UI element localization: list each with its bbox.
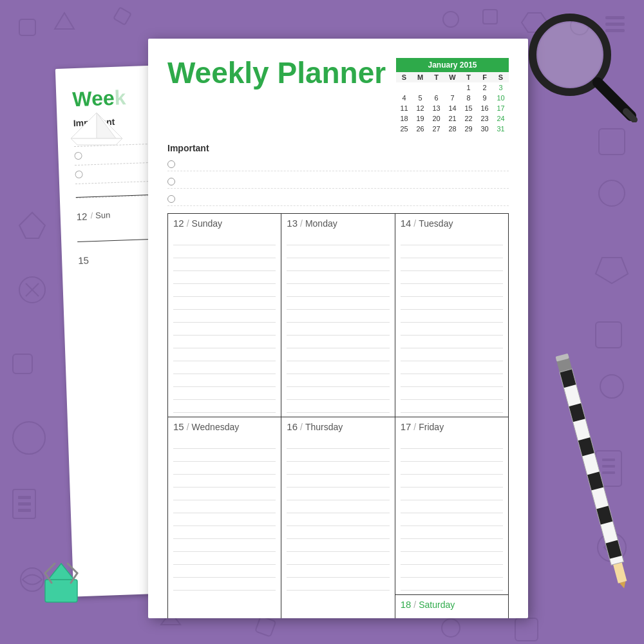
cal-day: 4 [396, 93, 412, 103]
day-header-saturday: 18 / Saturday [401, 599, 503, 610]
cal-day [396, 82, 412, 93]
svg-rect-46 [578, 437, 594, 456]
svg-rect-13 [13, 354, 32, 374]
day-number-14: 14 [401, 218, 412, 229]
day-header-sunday: 12 / Sunday [173, 218, 276, 229]
svg-rect-16 [18, 496, 31, 499]
svg-rect-15 [13, 489, 35, 518]
cal-day: 14 [444, 103, 460, 113]
day-header-monday: 13 / Monday [287, 218, 389, 229]
checkbox-2[interactable] [167, 178, 175, 185]
svg-marker-5 [522, 13, 547, 32]
svg-point-6 [571, 17, 589, 35]
cal-day: 8 [460, 93, 477, 103]
day-name-thursday: Thursday [305, 422, 343, 432]
cal-day: 21 [444, 113, 460, 124]
day-cell-saturday[interactable]: 18 / Saturday [395, 595, 508, 618]
day-cell-sunday[interactable]: 12 / Sunday [168, 214, 281, 417]
svg-rect-27 [602, 465, 615, 468]
day-name-saturday: Saturday [419, 600, 455, 610]
checkbox-1[interactable] [167, 160, 175, 168]
svg-rect-7 [605, 16, 625, 19]
day-cell-thursday[interactable]: 16 / Thursday [281, 417, 395, 618]
day-cell-friday[interactable]: 17 / Friday [395, 417, 508, 595]
svg-point-38 [538, 23, 602, 87]
cal-day: 12 [412, 103, 428, 113]
day-cell-tuesday[interactable]: 14 / Tuesday [395, 214, 509, 417]
planner-title: Weekly Planner [167, 58, 386, 88]
monday-lines [287, 232, 389, 413]
cal-day: 7 [444, 93, 460, 103]
cal-day: 9 [477, 93, 493, 103]
svg-marker-22 [596, 258, 628, 283]
svg-rect-23 [596, 322, 621, 348]
svg-rect-45 [569, 403, 585, 422]
svg-rect-42 [613, 562, 627, 583]
calendar-table: S M T W T F S [396, 72, 509, 134]
svg-line-55 [45, 564, 55, 573]
svg-rect-18 [18, 509, 31, 512]
cal-day: 11 [396, 103, 412, 113]
day-name-tuesday: Tuesday [419, 218, 453, 229]
svg-rect-53 [45, 580, 77, 602]
main-paper: Weekly Planner January 2015 S M T W T F … [148, 39, 528, 618]
cal-header-f: F [477, 72, 493, 82]
cal-day: 24 [493, 113, 509, 124]
svg-rect-48 [596, 506, 613, 524]
cal-day: 18 [396, 113, 412, 124]
pencil-decoration [549, 348, 637, 591]
cal-header-m: M [412, 72, 428, 82]
cal-day: 16 [477, 103, 493, 113]
svg-rect-50 [556, 357, 572, 372]
cal-header-t2: T [460, 72, 477, 82]
day-number-18: 18 [401, 599, 412, 610]
day-header-tuesday: 14 / Tuesday [401, 218, 503, 229]
cal-day: 1 [460, 82, 477, 93]
day-name-wednesday: Wednesday [192, 422, 240, 432]
svg-point-19 [21, 568, 44, 591]
back-checkbox-3 [75, 171, 82, 178]
checkbox-row-2 [167, 178, 509, 189]
svg-marker-41 [620, 582, 627, 589]
svg-rect-26 [602, 459, 615, 461]
cal-header-s: S [396, 72, 412, 82]
day-cell-wednesday[interactable]: 15 / Wednesday [168, 417, 281, 618]
back-checkbox-1 [73, 133, 81, 141]
saturday-lines [401, 614, 503, 618]
day-name-sunday: Sunday [192, 218, 222, 229]
svg-line-12 [26, 283, 39, 296]
svg-rect-25 [596, 451, 621, 486]
cal-day: 30 [477, 124, 493, 134]
svg-rect-8 [605, 23, 625, 26]
cal-day: 25 [396, 124, 412, 134]
cal-day: 29 [460, 124, 477, 134]
cal-day: 5 [412, 93, 428, 103]
cal-day: 19 [412, 113, 428, 124]
svg-marker-54 [48, 564, 74, 580]
days-section: 12 / Sunday 13 / [167, 209, 509, 618]
checkbox-row-3 [167, 195, 509, 206]
day-cell-monday[interactable]: 13 / Monday [281, 214, 395, 417]
header-area: Weekly Planner January 2015 S M T W T F … [167, 58, 509, 134]
day-header-friday: 17 / Friday [401, 421, 503, 432]
checkbox-row-1 [167, 160, 509, 171]
checkbox-3[interactable] [167, 195, 175, 203]
cal-day: 17 [493, 103, 509, 113]
svg-point-24 [600, 375, 623, 398]
friday-saturday-column: 17 / Friday 1 [395, 417, 509, 618]
cal-day: 22 [460, 113, 477, 124]
day-number-16: 16 [287, 421, 298, 432]
cal-day: 27 [428, 124, 444, 134]
days-grid-bottom: 15 / Wednesday 16 / [167, 417, 509, 618]
svg-rect-2 [113, 7, 131, 24]
svg-rect-0 [19, 19, 35, 35]
thursday-lines [287, 436, 389, 591]
cal-header-t1: T [428, 72, 444, 82]
calendar-month-header: January 2015 [396, 58, 509, 72]
svg-rect-52 [560, 369, 624, 565]
svg-line-40 [626, 111, 634, 120]
cal-day: 31 [493, 124, 509, 134]
cal-day [412, 82, 428, 93]
cal-day: 28 [444, 124, 460, 134]
cal-header-s2: S [493, 72, 509, 82]
